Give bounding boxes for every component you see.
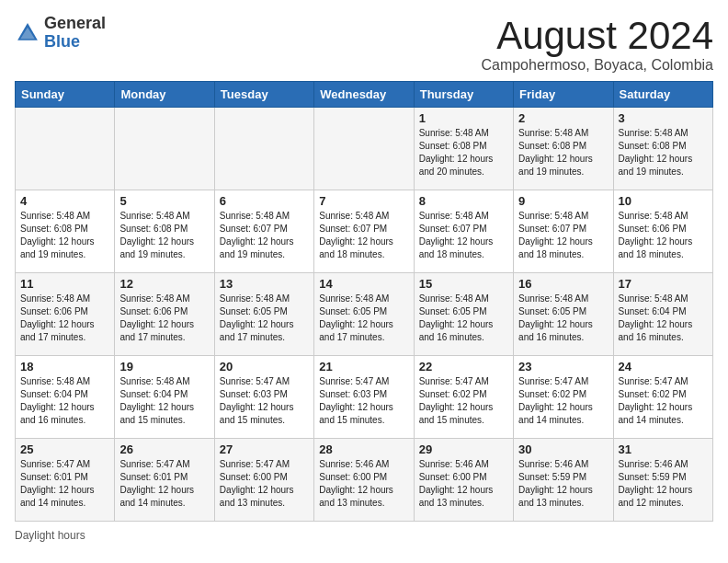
calendar-week-5: 25Sunrise: 5:47 AM Sunset: 6:01 PM Dayli… [16,439,713,522]
location-subtitle: Campohermoso, Boyaca, Colombia [481,57,713,74]
day-info: Sunrise: 5:46 AM Sunset: 6:00 PM Dayligh… [419,458,508,510]
header-day-wednesday: Wednesday [314,82,414,108]
calendar-cell: 19Sunrise: 5:48 AM Sunset: 6:04 PM Dayli… [115,356,214,439]
title-block: August 2024 Campohermoso, Boyaca, Colomb… [481,15,713,74]
calendar-cell: 22Sunrise: 5:47 AM Sunset: 6:02 PM Dayli… [414,356,513,439]
day-info: Sunrise: 5:47 AM Sunset: 6:03 PM Dayligh… [220,375,309,427]
calendar-cell: 17Sunrise: 5:48 AM Sunset: 6:04 PM Dayli… [613,273,712,356]
header-day-tuesday: Tuesday [214,82,313,108]
calendar-cell: 3Sunrise: 5:48 AM Sunset: 6:08 PM Daylig… [613,108,712,190]
day-info: Sunrise: 5:48 AM Sunset: 6:07 PM Dayligh… [319,210,408,261]
calendar-cell: 15Sunrise: 5:48 AM Sunset: 6:05 PM Dayli… [414,273,513,356]
calendar-body: 1Sunrise: 5:48 AM Sunset: 6:08 PM Daylig… [16,108,713,522]
logo-icon [15,20,40,46]
calendar-cell [314,108,414,190]
calendar-header: SundayMondayTuesdayWednesdayThursdayFrid… [16,82,713,108]
day-number: 30 [518,442,608,456]
calendar-table: SundayMondayTuesdayWednesdayThursdayFrid… [15,81,713,522]
day-number: 27 [220,442,309,456]
calendar-cell: 14Sunrise: 5:48 AM Sunset: 6:05 PM Dayli… [314,273,414,356]
day-number: 22 [419,360,508,373]
day-info: Sunrise: 5:47 AM Sunset: 6:00 PM Dayligh… [220,458,309,510]
day-number: 3 [619,111,708,125]
calendar-cell: 25Sunrise: 5:47 AM Sunset: 6:01 PM Dayli… [16,439,115,522]
calendar-cell [16,108,115,190]
day-info: Sunrise: 5:48 AM Sunset: 6:05 PM Dayligh… [319,293,408,344]
day-info: Sunrise: 5:48 AM Sunset: 6:07 PM Dayligh… [518,210,608,261]
day-info: Sunrise: 5:48 AM Sunset: 6:06 PM Dayligh… [119,293,209,344]
day-info: Sunrise: 5:48 AM Sunset: 6:08 PM Dayligh… [20,210,109,261]
day-number: 31 [619,442,708,456]
day-info: Sunrise: 5:48 AM Sunset: 6:05 PM Dayligh… [419,293,508,344]
header-day-monday: Monday [115,82,214,108]
day-number: 29 [419,442,508,456]
footer: Daylight hours [15,529,713,542]
calendar-cell: 7Sunrise: 5:48 AM Sunset: 6:07 PM Daylig… [314,190,414,273]
daylight-label: Daylight hours [15,529,85,542]
calendar-cell: 20Sunrise: 5:47 AM Sunset: 6:03 PM Dayli… [214,356,313,439]
day-info: Sunrise: 5:48 AM Sunset: 6:05 PM Dayligh… [518,293,608,344]
logo-general: General [44,14,106,32]
calendar-cell: 5Sunrise: 5:48 AM Sunset: 6:08 PM Daylig… [115,190,214,273]
day-number: 1 [419,111,508,125]
day-number: 12 [119,277,209,291]
calendar-cell: 12Sunrise: 5:48 AM Sunset: 6:06 PM Dayli… [115,273,214,356]
calendar-cell: 21Sunrise: 5:47 AM Sunset: 6:03 PM Dayli… [314,356,414,439]
calendar-cell: 24Sunrise: 5:47 AM Sunset: 6:02 PM Dayli… [613,356,712,439]
calendar-cell: 27Sunrise: 5:47 AM Sunset: 6:00 PM Dayli… [214,439,313,522]
day-info: Sunrise: 5:48 AM Sunset: 6:08 PM Dayligh… [518,127,608,178]
day-info: Sunrise: 5:46 AM Sunset: 5:59 PM Dayligh… [619,458,708,510]
day-info: Sunrise: 5:48 AM Sunset: 6:06 PM Dayligh… [20,293,109,344]
day-info: Sunrise: 5:47 AM Sunset: 6:02 PM Dayligh… [619,375,708,427]
day-number: 11 [20,277,109,291]
header-day-friday: Friday [514,82,613,108]
calendar-week-4: 18Sunrise: 5:48 AM Sunset: 6:04 PM Dayli… [16,356,713,439]
day-info: Sunrise: 5:48 AM Sunset: 6:07 PM Dayligh… [220,210,309,261]
day-info: Sunrise: 5:46 AM Sunset: 5:59 PM Dayligh… [518,458,608,510]
day-number: 14 [319,277,408,291]
calendar-cell: 28Sunrise: 5:46 AM Sunset: 6:00 PM Dayli… [314,439,414,522]
header-day-thursday: Thursday [414,82,513,108]
logo-blue: Blue [44,32,80,51]
calendar-cell: 2Sunrise: 5:48 AM Sunset: 6:08 PM Daylig… [514,108,613,190]
day-number: 24 [619,360,708,373]
calendar-cell [214,108,313,190]
day-info: Sunrise: 5:48 AM Sunset: 6:06 PM Dayligh… [619,210,708,261]
day-number: 25 [20,442,109,456]
day-info: Sunrise: 5:48 AM Sunset: 6:08 PM Dayligh… [419,127,508,178]
day-info: Sunrise: 5:47 AM Sunset: 6:01 PM Dayligh… [20,458,109,510]
calendar-cell: 6Sunrise: 5:48 AM Sunset: 6:07 PM Daylig… [214,190,313,273]
day-number: 18 [20,360,109,373]
day-number: 15 [419,277,508,291]
calendar-week-2: 4Sunrise: 5:48 AM Sunset: 6:08 PM Daylig… [16,190,713,273]
day-info: Sunrise: 5:47 AM Sunset: 6:02 PM Dayligh… [518,375,608,427]
day-number: 4 [20,194,109,208]
day-number: 17 [619,277,708,291]
calendar-week-3: 11Sunrise: 5:48 AM Sunset: 6:06 PM Dayli… [16,273,713,356]
calendar-cell: 23Sunrise: 5:47 AM Sunset: 6:02 PM Dayli… [514,356,613,439]
day-number: 9 [518,194,608,208]
day-info: Sunrise: 5:48 AM Sunset: 6:08 PM Dayligh… [119,210,209,261]
day-number: 6 [220,194,309,208]
calendar-cell: 30Sunrise: 5:46 AM Sunset: 5:59 PM Dayli… [514,439,613,522]
day-info: Sunrise: 5:47 AM Sunset: 6:03 PM Dayligh… [319,375,408,427]
day-info: Sunrise: 5:48 AM Sunset: 6:04 PM Dayligh… [619,293,708,344]
day-number: 20 [220,360,309,373]
calendar-cell: 10Sunrise: 5:48 AM Sunset: 6:06 PM Dayli… [613,190,712,273]
day-number: 16 [518,277,608,291]
day-number: 23 [518,360,608,373]
day-info: Sunrise: 5:48 AM Sunset: 6:05 PM Dayligh… [220,293,309,344]
calendar-cell: 29Sunrise: 5:46 AM Sunset: 6:00 PM Dayli… [414,439,513,522]
day-number: 13 [220,277,309,291]
day-number: 7 [319,194,408,208]
day-info: Sunrise: 5:46 AM Sunset: 6:00 PM Dayligh… [319,458,408,510]
calendar-cell: 1Sunrise: 5:48 AM Sunset: 6:08 PM Daylig… [414,108,513,190]
day-number: 26 [119,442,209,456]
calendar-cell: 11Sunrise: 5:48 AM Sunset: 6:06 PM Dayli… [16,273,115,356]
header-row: SundayMondayTuesdayWednesdayThursdayFrid… [16,82,713,108]
day-number: 21 [319,360,408,373]
header-day-saturday: Saturday [613,82,712,108]
day-info: Sunrise: 5:47 AM Sunset: 6:01 PM Dayligh… [119,458,209,510]
page-header: General Blue August 2024 Campohermoso, B… [15,15,713,74]
calendar-cell: 31Sunrise: 5:46 AM Sunset: 5:59 PM Dayli… [613,439,712,522]
